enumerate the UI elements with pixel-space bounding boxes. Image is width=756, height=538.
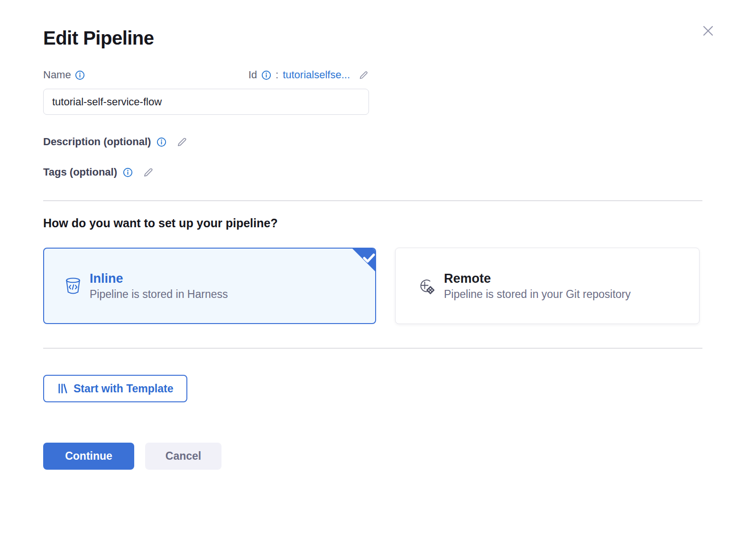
- info-icon[interactable]: [123, 167, 133, 177]
- description-label: Description (optional): [43, 136, 151, 148]
- id-label: Id: [249, 69, 257, 81]
- inline-card-description: Pipeline is stored in Harness: [90, 288, 228, 301]
- pencil-icon: [358, 70, 369, 81]
- edit-pipeline-modal: Edit Pipeline Name Id : tutorialse: [0, 0, 756, 470]
- selected-check-icon: [350, 248, 376, 273]
- remote-card-title: Remote: [444, 271, 631, 286]
- inline-bucket-icon: [64, 277, 82, 296]
- actions-row: Continue Cancel: [43, 443, 756, 470]
- tags-row: Tags (optional): [43, 166, 756, 178]
- info-icon[interactable]: [157, 137, 166, 147]
- setup-heading: How do you want to set up your pipeline?: [43, 216, 756, 230]
- remote-card-description: Pipeline is stored in your Git repositor…: [444, 288, 631, 301]
- continue-button[interactable]: Continue: [43, 443, 134, 470]
- pencil-icon: [176, 136, 188, 148]
- template-button-label: Start with Template: [74, 382, 173, 395]
- inline-card-title: Inline: [90, 271, 228, 286]
- name-label: Name: [43, 69, 71, 81]
- id-value-link[interactable]: tutorialselfse...: [283, 69, 350, 81]
- remote-git-icon: [415, 276, 436, 297]
- option-card-inline[interactable]: Inline Pipeline is stored in Harness: [43, 248, 376, 324]
- info-icon[interactable]: [75, 70, 85, 80]
- pipeline-name-input[interactable]: [43, 89, 369, 115]
- id-separator: :: [276, 69, 278, 81]
- close-x-glyph: [701, 24, 715, 38]
- edit-tags-icon[interactable]: [142, 167, 154, 178]
- start-with-template-button[interactable]: Start with Template: [43, 375, 187, 402]
- description-row: Description (optional): [43, 136, 756, 148]
- name-id-row: Name Id : tutorialselfse...: [43, 69, 369, 81]
- info-icon[interactable]: [261, 70, 271, 80]
- edit-id-icon[interactable]: [358, 70, 369, 81]
- storage-option-cards: Inline Pipeline is stored in Harness: [43, 248, 756, 324]
- divider: [43, 348, 702, 349]
- edit-description-icon[interactable]: [176, 136, 188, 148]
- tags-label: Tags (optional): [43, 166, 117, 178]
- close-icon[interactable]: [700, 23, 716, 39]
- option-card-remote[interactable]: Remote Pipeline is stored in your Git re…: [395, 248, 700, 324]
- id-cluster: Id : tutorialselfse...: [249, 69, 369, 81]
- cancel-button[interactable]: Cancel: [145, 443, 221, 470]
- pencil-icon: [142, 167, 154, 178]
- page-title: Edit Pipeline: [43, 0, 756, 49]
- template-library-icon: [57, 383, 68, 394]
- divider: [43, 200, 702, 201]
